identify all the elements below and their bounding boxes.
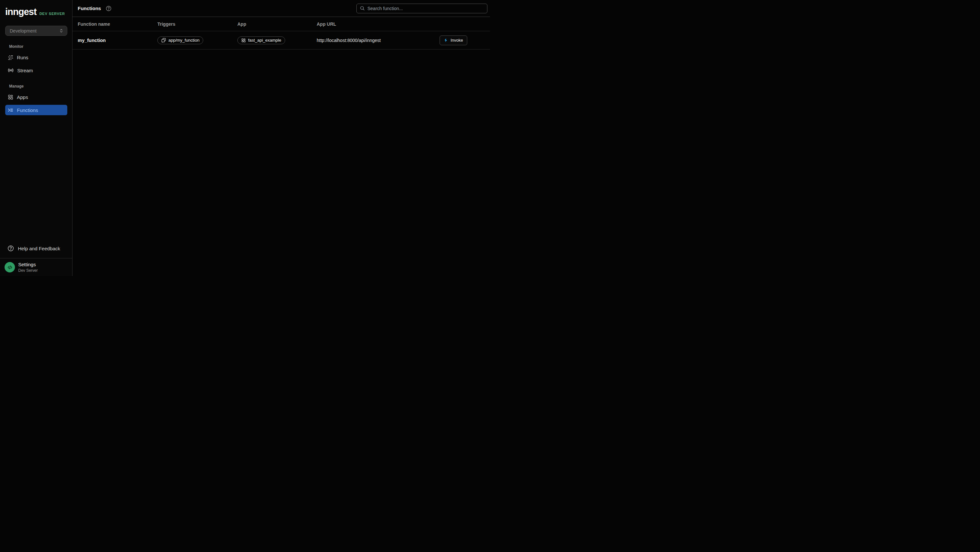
column-app-url: App URL [317,21,441,27]
apps-icon [8,94,13,100]
sidebar-item-runs[interactable]: Runs [5,52,67,62]
app-badge[interactable]: fast_api_example [237,37,285,44]
functions-icon [8,107,13,113]
table-header: Function name Triggers App App URL [73,17,490,31]
trigger-badge[interactable]: app/my_function [158,37,203,44]
help-label: Help and Feedback [18,246,60,251]
column-function-name: Function name [78,21,158,27]
app-label: fast_api_example [248,38,281,43]
app-url: http://localhost:8000/api/inngest [317,38,441,43]
sidebar-item-functions[interactable]: Functions [5,105,67,115]
bolt-icon [444,38,448,42]
settings-item[interactable]: Settings Dev Server [0,258,72,276]
column-triggers: Triggers [158,21,237,27]
invoke-label: Invoke [451,38,463,43]
dev-server-badge: DEV SERVER [39,12,65,16]
brand: inngest DEV SERVER [5,7,67,17]
sidebar-item-stream[interactable]: Stream [5,65,67,75]
help-icon [8,245,14,252]
help-and-feedback[interactable]: Help and Feedback [5,243,67,254]
sidebar-item-label: Runs [17,55,28,60]
stream-icon [8,67,14,73]
help-icon[interactable] [106,6,111,11]
inngest-logo: inngest [5,7,37,17]
runs-icon [8,55,13,60]
search-input[interactable] [368,6,484,11]
sidebar-section-monitor: Monitor [9,44,67,49]
sidebar: inngest DEV SERVER Development Monitor [0,0,73,276]
sidebar-item-label: Stream [17,68,33,73]
page-title: Functions [78,6,101,11]
sidebar-item-apps[interactable]: Apps [5,92,67,102]
chevrons-up-down-icon [59,28,64,33]
environment-select[interactable]: Development [5,26,67,36]
app-window: inngest DEV SERVER Development Monitor [0,0,490,276]
trigger-label: app/my_function [169,38,199,43]
column-app: App [237,21,317,27]
search-box [356,3,487,13]
page-header: Functions [73,0,490,17]
sidebar-item-label: Apps [17,94,28,100]
sidebar-item-label: Functions [17,107,38,113]
function-name: my_function [78,38,158,43]
sidebar-section-manage: Manage [9,84,67,89]
code-icon [5,262,15,273]
invoke-button[interactable]: Invoke [440,35,467,45]
sidebar-spacer [0,118,72,243]
environment-select-value: Development [10,28,59,34]
settings-label: Settings [18,262,38,267]
event-trigger-icon [161,38,166,43]
apps-icon [241,38,246,43]
search-icon [360,6,365,11]
main-content: Functions Function name [73,0,490,276]
settings-sublabel: Dev Server [18,268,38,273]
table-row[interactable]: my_function app/my_function [73,31,490,49]
